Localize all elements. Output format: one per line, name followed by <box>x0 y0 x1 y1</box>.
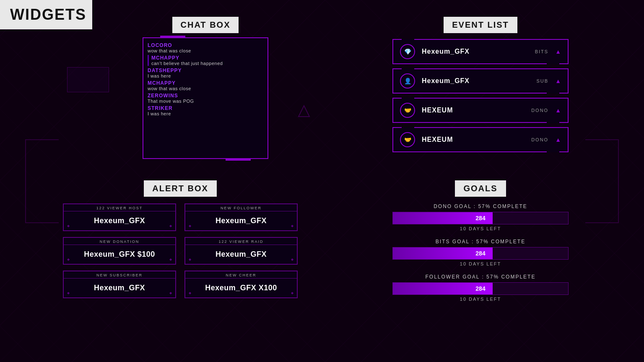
alert-box-section: ALERT BOX 122 VIEWER HOST Hexeum_GFX NEW… <box>63 180 298 298</box>
alert-grid: 122 VIEWER HOST Hexeum_GFX NEW FOLLOWER … <box>63 203 298 298</box>
goal-days-3: 10 DAYS LEFT <box>392 297 569 302</box>
chat-box-label: CHAT BOX <box>172 17 239 33</box>
chat-box-label-wrapper: CHAT BOX <box>143 17 268 33</box>
event-arrow-2: ▲ <box>555 78 561 84</box>
alert-tag-2: NEW FOLLOWER <box>185 204 297 211</box>
goal-item-1: DONO GOAL : 57% COMPLETE 284 10 DAYS LEF… <box>392 203 569 231</box>
alert-box-label-wrapper: ALERT BOX <box>63 180 298 197</box>
chat-message-5: That move was POG <box>148 99 263 104</box>
chat-message-4: wow that was close <box>148 86 263 91</box>
chat-box-widget: LOCORO wow that was close MCHAPPY can't … <box>143 37 268 159</box>
event-icon-1: 💎 <box>400 44 415 59</box>
goal-bar-value-1: 284 <box>475 215 485 221</box>
event-item-2: 👤 Hexeum_GFX SUB ▲ <box>392 68 569 94</box>
event-item-1: 💎 Hexeum_GFX BITS ▲ <box>392 39 569 64</box>
alert-item-2: NEW FOLLOWER Hexeum_GFX <box>184 203 298 231</box>
chat-message-6: I was here <box>148 111 263 116</box>
goal-bar-2: 284 <box>392 247 569 260</box>
svg-marker-0 <box>299 106 309 117</box>
alert-tag-1: 122 VIEWER HOST <box>64 204 175 211</box>
alert-name-2: Hexeum_GFX <box>185 211 297 230</box>
alert-item-1: 122 VIEWER HOST Hexeum_GFX <box>63 203 176 231</box>
chat-username-3: DATSHEPPY <box>148 68 263 73</box>
alert-item-5: NEW SUBSCRIBER Hexeum_GFX <box>63 271 176 298</box>
chat-entry-5: ZEROWINS That move was POG <box>148 93 263 104</box>
alert-tag-4: 122 VIEWER RAID <box>185 238 297 245</box>
chat-username-2: MCHAPPY <box>151 55 263 61</box>
goal-bar-value-2: 284 <box>475 250 485 257</box>
goal-item-3: FOLLOWER GOAL : 57% COMPLETE 284 10 DAYS… <box>392 274 569 302</box>
deco-box-left <box>67 67 109 92</box>
goal-item-2: BITS GOAL : 57% COMPLETE 284 10 DAYS LEF… <box>392 239 569 266</box>
goal-days-2: 10 DAYS LEFT <box>392 261 569 266</box>
goal-bar-value-3: 284 <box>475 285 485 292</box>
chat-username-6: STRIKER <box>148 105 263 111</box>
goal-title-1: DONO GOAL : 57% COMPLETE <box>392 203 569 209</box>
goals-label-wrapper: GOALS <box>392 180 569 197</box>
event-item-4: 🤝 HEXEUM DONO ▲ <box>392 127 569 152</box>
goal-bar-3: 284 <box>392 282 569 295</box>
chat-message-3: I was here <box>148 73 263 78</box>
chat-username-4: MCHAPPY <box>148 80 263 86</box>
deco-left <box>25 139 59 223</box>
event-icon-2: 👤 <box>400 73 415 89</box>
event-type-4: DONO <box>531 137 548 142</box>
goal-days-1: 10 DAYS LEFT <box>392 226 569 231</box>
alert-name-6: Hexeum_GFX X100 <box>185 279 297 297</box>
chat-entry-6: STRIKER I was here <box>148 105 263 116</box>
alert-tag-6: NEW CHEER <box>185 271 297 279</box>
chat-username-5: ZEROWINS <box>148 93 263 99</box>
goals-section: GOALS DONO GOAL : 57% COMPLETE 284 10 DA… <box>392 180 569 309</box>
chat-entry-2: MCHAPPY can't believe that just happened <box>151 55 263 66</box>
event-arrow-1: ▲ <box>555 48 561 55</box>
alert-tag-3: NEW DONATION <box>64 238 175 245</box>
alert-name-4: Hexeum_GFX <box>185 245 297 264</box>
alert-box-label: ALERT BOX <box>144 180 217 197</box>
event-name-1: Hexeum_GFX <box>422 48 535 55</box>
event-arrow-3: ▲ <box>555 107 561 114</box>
chat-username-1: LOCORO <box>148 42 263 48</box>
alert-item-4: 122 VIEWER RAID Hexeum_GFX <box>184 237 298 265</box>
chat-entry-4: MCHAPPY wow that was close <box>148 80 263 91</box>
chat-message-2: can't believe that just happened <box>151 61 263 66</box>
chat-entry-1: LOCORO wow that was close <box>148 42 263 53</box>
alert-name-3: Hexeum_GFX $100 <box>64 245 175 264</box>
event-arrow-4: ▲ <box>555 136 561 143</box>
goal-title-2: BITS GOAL : 57% COMPLETE <box>392 239 569 245</box>
event-name-3: HEXEUM <box>422 107 531 114</box>
alert-tag-5: NEW SUBSCRIBER <box>64 271 175 279</box>
deco-right <box>585 139 619 223</box>
event-icon-3: 🤝 <box>400 103 415 118</box>
alert-item-6: NEW CHEER Hexeum_GFX X100 <box>184 271 298 298</box>
event-type-2: SUB <box>537 78 549 83</box>
event-icon-4: 🤝 <box>400 132 415 147</box>
alert-name-5: Hexeum_GFX <box>64 279 175 297</box>
event-item-3: 🤝 HEXEUM DONO ▲ <box>392 98 569 123</box>
chat-message-1: wow that was close <box>148 48 263 53</box>
alert-name-1: Hexeum_GFX <box>64 211 175 230</box>
chat-box-section: CHAT BOX LOCORO wow that was close MCHAP… <box>143 17 268 159</box>
event-name-2: Hexeum_GFX <box>422 77 537 85</box>
triangle-deco <box>298 105 310 119</box>
goal-bar-1: 284 <box>392 212 569 224</box>
event-list-label: EVENT LIST <box>444 17 517 33</box>
goals-label: GOALS <box>455 180 506 197</box>
event-type-3: DONO <box>531 108 548 113</box>
event-name-4: HEXEUM <box>422 136 531 143</box>
chat-entry-3: DATSHEPPY I was here <box>148 68 263 78</box>
event-list-label-wrapper: EVENT LIST <box>392 17 569 33</box>
goal-title-3: FOLLOWER GOAL : 57% COMPLETE <box>392 274 569 280</box>
page-title: WIDGETS <box>10 6 86 23</box>
alert-item-3: NEW DONATION Hexeum_GFX $100 <box>63 237 176 265</box>
event-type-1: BITS <box>535 49 548 54</box>
page-title-box: WIDGETS <box>0 0 92 29</box>
event-list-section: EVENT LIST 💎 Hexeum_GFX BITS ▲ 👤 Hexeum_… <box>392 17 569 156</box>
